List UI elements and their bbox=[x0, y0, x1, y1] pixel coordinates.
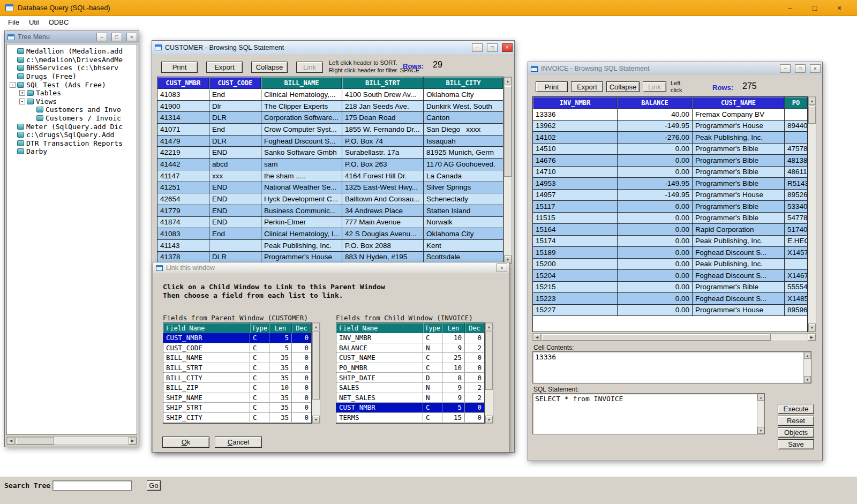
maximize-icon[interactable]: □ bbox=[487, 43, 498, 52]
scrollbar-thumb[interactable] bbox=[485, 331, 493, 390]
table-row[interactable]: 15117 0.00 Programmer's Bible 53340 bbox=[533, 201, 807, 213]
close-icon[interactable]: × bbox=[497, 264, 507, 272]
parent-fields-scrollbar[interactable]: ▲ ▼ bbox=[312, 322, 320, 424]
field-row[interactable]: BILL_STRT C 35 0 bbox=[163, 363, 311, 373]
customer-vertical-scrollbar[interactable]: ▲ ▼ bbox=[503, 77, 512, 264]
column-header[interactable]: CUST_CODE bbox=[209, 77, 261, 89]
tree-item[interactable]: BHSServices (c:\bhserv bbox=[7, 64, 137, 72]
field-row[interactable]: BILL_CITY C 35 0 bbox=[163, 373, 311, 383]
table-row[interactable]: 15174 0.00 Peak Publishing, Inc. E.HECTO bbox=[533, 236, 807, 247]
column-header[interactable]: CUST_NMBR bbox=[157, 77, 209, 89]
minimize-icon[interactable]: – bbox=[472, 43, 483, 52]
table-row[interactable]: 14510 0.00 Programmer's Bible 47578 bbox=[533, 144, 807, 155]
column-header[interactable]: Len bbox=[442, 323, 465, 333]
table-row[interactable]: 14676 0.00 Programmer's Bible 48138 bbox=[533, 155, 807, 167]
tree-item[interactable]: Customers / Invoic bbox=[7, 114, 137, 123]
cell-contents-scrollbar[interactable]: ▲ ▼ bbox=[803, 352, 811, 383]
scrollbar-thumb[interactable] bbox=[504, 86, 512, 177]
tree-item[interactable]: Drugs (Free) bbox=[7, 72, 137, 81]
field-row[interactable]: BALANCE N 9 2 bbox=[336, 343, 484, 353]
table-row[interactable]: 15223 0.00 Foghead Discount S... X14850J bbox=[533, 293, 807, 305]
execute-button[interactable]: Execute bbox=[778, 404, 814, 414]
field-row[interactable]: CUST_NMBR C 5 0 bbox=[163, 333, 311, 343]
table-row[interactable]: 41314 DLR Corporation Software... 175 De… bbox=[157, 112, 503, 124]
tree-item[interactable]: Meter (SqlQuery.add Dic bbox=[7, 122, 137, 131]
maximize-icon[interactable]: □ bbox=[111, 33, 122, 41]
field-row[interactable]: BILL_ZIP C 10 0 bbox=[163, 383, 311, 393]
scroll-down-icon[interactable]: ▼ bbox=[757, 427, 764, 434]
column-header[interactable]: CUST_NAME bbox=[693, 97, 785, 109]
link-dialog-title-bar[interactable]: Link this window × bbox=[153, 262, 509, 273]
print-button[interactable]: Print bbox=[161, 62, 198, 73]
table-row[interactable]: 42654 END Hyck Development C... Balltown… bbox=[157, 193, 503, 205]
child-fields-scrollbar[interactable]: ▲ ▼ bbox=[485, 322, 493, 424]
objects-button[interactable]: Objects bbox=[778, 427, 814, 438]
table-row[interactable]: 14710 0.00 Programmer's Bible 48611 bbox=[533, 167, 807, 178]
tree-item[interactable]: Customers and Invo bbox=[7, 106, 137, 114]
table-row[interactable]: 41900 Dlr The Clipper Experts 218 Jan Se… bbox=[157, 101, 503, 112]
field-row[interactable]: SALES N 9 2 bbox=[336, 383, 484, 393]
tree-item[interactable]: + Tables bbox=[7, 89, 137, 97]
scrollbar-thumb[interactable] bbox=[808, 106, 816, 124]
scroll-left-icon[interactable]: ◀ bbox=[533, 334, 541, 341]
tree-horizontal-scrollbar[interactable]: ◀ ▶ bbox=[6, 437, 137, 445]
tree-item[interactable]: - SQL Test (Ads Free) bbox=[7, 80, 137, 89]
table-row[interactable]: 41143 Peak Publishing, Inc. P.O. Box 208… bbox=[157, 240, 503, 252]
close-icon[interactable]: × bbox=[126, 33, 137, 41]
field-row[interactable]: CUST_NMBR C 5 0 bbox=[336, 403, 484, 413]
table-row[interactable]: 15215 0.00 Programmer's Bible 55554 bbox=[533, 282, 807, 294]
sql-statement-box[interactable]: SELECT * from INVOICE ▲ ▼ bbox=[532, 393, 765, 434]
scroll-up-icon[interactable]: ▲ bbox=[485, 323, 493, 330]
table-row[interactable]: 14953 -149.95 Programmer's Bible R51434 bbox=[533, 178, 807, 190]
minimize-icon[interactable]: – bbox=[780, 64, 791, 73]
table-row[interactable]: 41147 xxx the sham ..... 4164 Forest Hil… bbox=[157, 170, 503, 182]
table-row[interactable]: 41874 END Perkin-Elmer 777 Main Avenue N… bbox=[157, 217, 503, 229]
maximize-icon[interactable]: □ bbox=[795, 64, 806, 73]
minimize-icon[interactable]: – bbox=[778, 0, 802, 16]
minimize-icon[interactable]: – bbox=[96, 33, 107, 41]
column-header[interactable]: Dec bbox=[465, 323, 484, 333]
table-row[interactable]: 41251 END National Weather Se... 1325 Ea… bbox=[157, 182, 503, 194]
table-row[interactable]: 13336 40.00 Fremax Company BV bbox=[533, 109, 807, 121]
reset-button[interactable]: Reset bbox=[778, 416, 814, 426]
column-header[interactable]: BILL_STRT bbox=[342, 77, 424, 89]
scrollbar-thumb[interactable] bbox=[542, 334, 771, 341]
close-icon[interactable]: × bbox=[502, 43, 513, 52]
invoice-title-bar[interactable]: INVOICE - Browsing SQL Statement – □ × bbox=[528, 62, 822, 75]
go-button[interactable]: Go bbox=[147, 480, 161, 491]
column-header[interactable]: Type bbox=[250, 323, 269, 333]
tree-item[interactable]: c:\drugs\SqlQuery.Add bbox=[7, 131, 137, 139]
save-button[interactable]: Save bbox=[778, 439, 814, 449]
table-row[interactable]: 41442 abcd sam P.O. Box 263 1170 AG Gooh… bbox=[157, 159, 503, 170]
scroll-up-icon[interactable]: ▲ bbox=[312, 323, 320, 330]
column-header[interactable]: Dec bbox=[292, 323, 311, 333]
print-button[interactable]: Print bbox=[536, 81, 568, 92]
tree-expander-icon[interactable]: - bbox=[19, 99, 25, 104]
scroll-up-icon[interactable]: ▲ bbox=[808, 97, 816, 105]
scroll-up-icon[interactable]: ▲ bbox=[757, 394, 764, 401]
field-row[interactable]: PO_NMBR C 10 0 bbox=[336, 363, 484, 373]
table-row[interactable]: 15200 0.00 Peak Publishing, Inc. bbox=[533, 259, 807, 270]
field-row[interactable]: SHIP_STRT C 35 0 bbox=[163, 403, 311, 413]
tree-menu-title-bar[interactable]: Tree Menu – □ × bbox=[5, 31, 139, 43]
field-row[interactable]: BILL_NAME C 35 0 bbox=[163, 353, 311, 363]
column-header[interactable]: BALANCE bbox=[618, 97, 693, 109]
menu-item[interactable]: ODBC bbox=[44, 17, 74, 27]
field-row[interactable]: SHIP_CITY C 35 0 bbox=[163, 413, 311, 423]
sql-scrollbar[interactable]: ▲ ▼ bbox=[757, 394, 764, 434]
scroll-right-icon[interactable]: ▶ bbox=[129, 437, 137, 445]
menu-item[interactable]: Util bbox=[24, 17, 44, 27]
column-header[interactable]: Type bbox=[423, 323, 442, 333]
column-header[interactable]: Len bbox=[269, 323, 292, 333]
scrollbar-thumb[interactable] bbox=[312, 331, 320, 400]
cancel-button[interactable]: Cancel bbox=[215, 437, 262, 448]
table-row[interactable]: 15164 0.00 Rapid Corporation 517404 bbox=[533, 224, 807, 236]
export-button[interactable]: Export bbox=[571, 81, 603, 92]
table-row[interactable]: 11515 0.00 Programmer's Bible 54778 bbox=[533, 213, 807, 224]
field-row[interactable]: TERMS C 15 0 bbox=[336, 413, 484, 423]
column-header[interactable]: Field Name bbox=[336, 323, 423, 333]
column-header[interactable]: INV_NMBR bbox=[533, 97, 618, 109]
table-row[interactable]: 15189 0.00 Foghead Discount S... X14578J bbox=[533, 247, 807, 259]
table-row[interactable]: 15227 0.00 Programmer's House 895968 bbox=[533, 305, 807, 317]
close-icon[interactable]: × bbox=[810, 64, 821, 73]
